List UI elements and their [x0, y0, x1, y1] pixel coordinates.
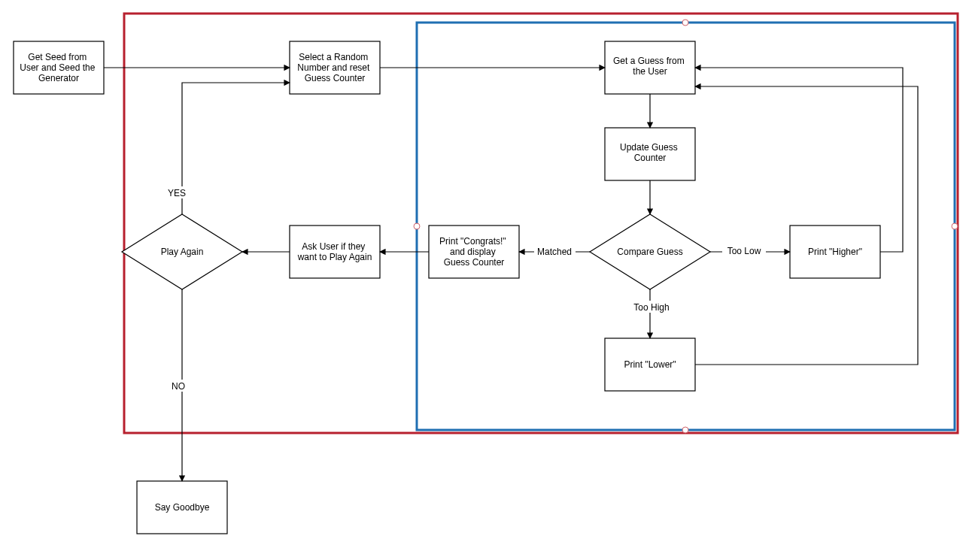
- svg-text:Select a Random
      Number a: Select a Random Number and reset Guess C…: [297, 52, 372, 83]
- node-ask-play-again-l1: Ask User if they: [302, 241, 365, 252]
- svg-text:Say Goodbye: Say Goodbye: [155, 502, 210, 513]
- node-print-congrats-l1: Print "Congrats!": [439, 236, 506, 247]
- svg-text:Play Again: Play Again: [161, 247, 204, 257]
- node-select-random-l3: Guess Counter: [305, 73, 366, 83]
- edge-label-no: NO: [172, 381, 185, 392]
- selection-handle-bottom[interactable]: [682, 427, 688, 433]
- svg-text:Ask User if they
      want to: Ask User if they want to Play Again: [297, 241, 372, 262]
- node-select-random[interactable]: Select a Random Number and reset Guess C…: [290, 41, 380, 94]
- node-get-guess[interactable]: Get a Guess from the User: [605, 41, 695, 94]
- node-print-congrats-l2: and display: [450, 247, 496, 257]
- svg-text:Print "Higher": Print "Higher": [808, 247, 862, 257]
- node-update-counter-l2: Counter: [634, 153, 667, 163]
- node-say-goodbye[interactable]: Say Goodbye: [137, 481, 227, 534]
- flowchart-canvas: Get Seed from User and Seed the Generato…: [0, 0, 975, 560]
- node-select-random-l1: Select a Random: [299, 52, 368, 62]
- node-get-seed-l3: Generator: [38, 73, 79, 83]
- node-play-again[interactable]: Play Again: [122, 214, 242, 289]
- selection-handle-right[interactable]: [952, 223, 958, 229]
- edge-label-too-low: Too Low: [727, 246, 761, 256]
- edge-label-too-high: Too High: [633, 302, 669, 313]
- edge-label-yes: YES: [168, 188, 186, 198]
- node-compare-guess[interactable]: Compare Guess: [590, 214, 710, 289]
- node-select-random-l2: Number and reset: [297, 62, 370, 73]
- node-print-congrats[interactable]: Print "Congrats!" and display Guess Coun…: [429, 226, 519, 278]
- svg-text:Print "Lower": Print "Lower": [624, 359, 676, 370]
- edge-higher-to-getguess: [695, 68, 903, 252]
- node-ask-play-again[interactable]: Ask User if they want to Play Again: [290, 226, 380, 278]
- node-print-lower[interactable]: Print "Lower": [605, 338, 695, 391]
- node-get-guess-l2: the User: [633, 66, 667, 77]
- node-get-seed[interactable]: Get Seed from User and Seed the Generato…: [14, 41, 104, 94]
- node-ask-play-again-l2: want to Play Again: [297, 252, 372, 262]
- node-get-seed-l1: Get Seed from: [28, 52, 87, 62]
- node-say-goodbye-l1: Say Goodbye: [155, 502, 210, 513]
- node-play-again-l1: Play Again: [161, 247, 204, 257]
- selection-handle-left[interactable]: [414, 223, 420, 229]
- node-get-guess-l1: Get a Guess from: [613, 56, 685, 66]
- node-print-higher[interactable]: Print "Higher": [790, 226, 880, 278]
- edge-label-matched: Matched: [537, 247, 572, 257]
- node-print-lower-l1: Print "Lower": [624, 359, 676, 370]
- svg-text:Compare Guess: Compare Guess: [617, 247, 682, 257]
- edge-playagain-yes: [182, 83, 290, 214]
- node-update-counter-l1: Update Guess: [620, 142, 678, 153]
- selection-handle-top[interactable]: [682, 20, 688, 26]
- outer-loop-container: [124, 14, 958, 433]
- node-print-higher-l1: Print "Higher": [808, 247, 862, 257]
- node-compare-guess-l1: Compare Guess: [617, 247, 682, 257]
- node-print-congrats-l3: Guess Counter: [444, 257, 505, 268]
- node-get-seed-l2: User and Seed the: [20, 62, 95, 73]
- node-update-counter[interactable]: Update Guess Counter: [605, 128, 695, 180]
